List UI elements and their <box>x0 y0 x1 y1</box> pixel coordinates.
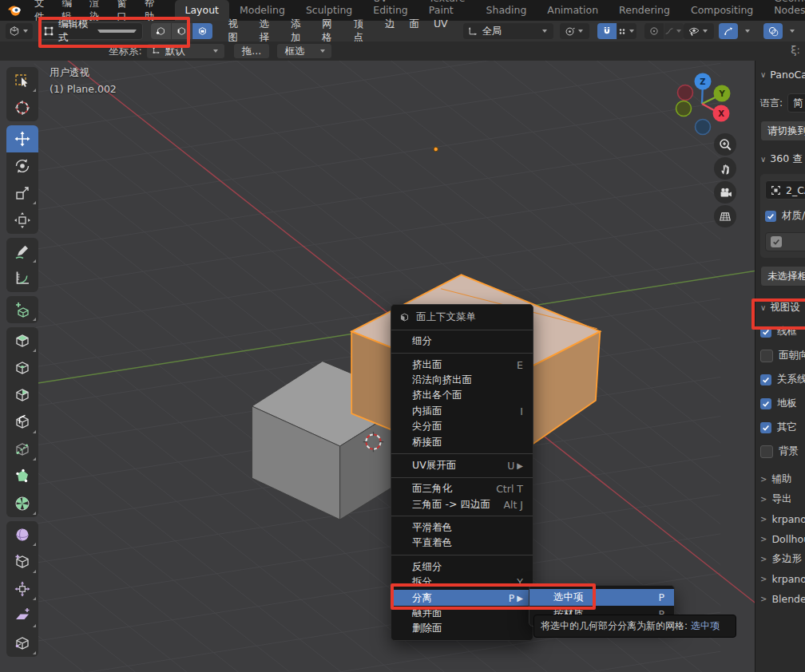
view-checkbox-线框[interactable]: 线框 <box>760 325 805 338</box>
snap-toggle-button[interactable] <box>597 23 617 39</box>
snap-settings-button[interactable] <box>617 23 636 39</box>
tool-measure-button[interactable] <box>6 265 38 292</box>
tab-geometry-nodes[interactable]: Geometry Nodes <box>763 0 805 21</box>
mode-select[interactable]: 编辑模式 <box>39 22 143 40</box>
menu-item-挤出各个面[interactable]: 挤出各个面 <box>391 388 533 403</box>
menu-item-UV展开面[interactable]: UV展开面U▶ <box>391 458 533 473</box>
zoom-button[interactable] <box>714 133 736 156</box>
tool-bevel-button[interactable] <box>6 381 38 409</box>
tool-rip-region-button[interactable] <box>6 630 38 657</box>
checkbox-checked-icon[interactable] <box>760 398 771 409</box>
collapsed-panel-导出[interactable]: >导出 <box>760 489 805 509</box>
tool-inset-faces-button[interactable] <box>6 354 38 381</box>
collapsed-panel-krpano[interactable]: >krpano <box>760 509 805 529</box>
menu-item-平直着色[interactable]: 平直着色 <box>391 536 533 551</box>
select-mode-edge-button[interactable] <box>172 23 192 39</box>
menu-item-删除面[interactable]: 删除面 <box>391 621 533 636</box>
tool-add-cube-button[interactable] <box>6 296 38 323</box>
tool-poly-build-button[interactable] <box>6 463 38 490</box>
falloff-select[interactable] <box>664 23 684 39</box>
menu-item-细分[interactable]: 细分 <box>391 334 533 349</box>
tool-extrude-region-button[interactable] <box>6 327 38 354</box>
tool-loop-cut-button[interactable] <box>6 409 38 436</box>
collapsed-panel-Blende[interactable]: >Blende <box>760 589 805 609</box>
material-world-row[interactable]: 材质/世界 <box>765 209 805 223</box>
menu-item-尖分面[interactable]: 尖分面 <box>391 419 533 434</box>
checkbox-checked-icon[interactable] <box>760 326 771 338</box>
tool-smooth-button[interactable] <box>6 521 38 548</box>
tool-move-button[interactable] <box>6 125 38 152</box>
tool-annotate-button[interactable] <box>6 238 38 265</box>
select-mode-vertex-button[interactable] <box>151 23 171 39</box>
tab-shading[interactable]: Shading <box>476 0 537 21</box>
panel-panocam-header[interactable]: ∨ PanoCama <box>760 69 805 81</box>
menu-item-拆分[interactable]: 拆分Y <box>391 575 533 590</box>
viewport-3d[interactable]: 用户透视 (1) Plane.002 Z Y X <box>0 61 755 672</box>
checkbox-checked-icon[interactable] <box>760 374 771 385</box>
orientation-select[interactable]: 全局 <box>463 23 553 39</box>
checkbox-gray-checked-icon[interactable] <box>771 236 782 247</box>
section-view-settings-header[interactable]: ∨ 视图设 <box>760 301 805 314</box>
menu-item-挤出面[interactable]: 挤出面E <box>391 357 533 372</box>
pan-button[interactable] <box>714 157 736 180</box>
menu-item-分离[interactable]: 分离P▶ <box>391 590 533 605</box>
pivot-point-button[interactable] <box>560 23 589 39</box>
tab-animation[interactable]: Animation <box>537 0 609 21</box>
menu-item-桥接面[interactable]: 桥接面 <box>391 434 533 449</box>
language-select[interactable]: 简 <box>787 93 805 113</box>
tool-edge-slide-button[interactable] <box>6 548 38 575</box>
menu-item-三角面 -> 四边面[interactable]: 三角面 -> 四边面Alt J <box>391 497 533 512</box>
collapsed-panel-辅助[interactable]: >辅助 <box>760 469 805 489</box>
gizmo-neg-z-axis[interactable] <box>696 120 711 135</box>
tool-transform-button[interactable] <box>6 207 38 234</box>
switch-object-button[interactable]: 请切换到对 <box>760 121 805 141</box>
checkbox-unchecked-icon[interactable] <box>760 445 773 458</box>
tab-rendering[interactable]: Rendering <box>609 0 680 21</box>
view-checkbox-地板[interactable]: 地板 <box>760 397 805 410</box>
no-camera-button[interactable]: 未选择相机 <box>760 266 805 287</box>
submenu-item-选中项[interactable]: 选中项P <box>529 589 674 606</box>
menu-item-沿法向挤出面[interactable]: 沿法向挤出面 <box>391 373 533 388</box>
menu-item-反细分[interactable]: 反细分 <box>391 559 533 575</box>
tool-shear-button[interactable] <box>6 603 38 630</box>
view-checkbox-面朝向[interactable]: 面朝向 <box>760 349 805 362</box>
header-overflow-icon[interactable]: ξ: <box>791 44 800 56</box>
tool-tweak-select-button[interactable] <box>6 67 38 94</box>
gizmo-neg-y-axis[interactable] <box>676 101 692 117</box>
show-object-types-button[interactable] <box>684 23 714 39</box>
view-checkbox-关系线[interactable]: 关系线 <box>760 373 805 386</box>
collapsed-panel-多边形[interactable]: >多边形 <box>760 549 805 569</box>
perspective-toggle-button[interactable] <box>714 205 736 227</box>
show-gizmo-button[interactable] <box>719 23 738 39</box>
box-select-mode[interactable]: 框选 <box>277 44 331 58</box>
camera-view-button[interactable] <box>714 181 736 204</box>
editor-type-button[interactable] <box>6 23 33 39</box>
coord-system-select[interactable]: 默认 <box>147 44 224 58</box>
menu-item-融并面[interactable]: 融并面 <box>391 606 533 621</box>
tool-cursor-3d-button[interactable] <box>6 94 38 121</box>
checkbox-unchecked-icon[interactable] <box>760 350 773 362</box>
gizmo-neg-x-axis[interactable] <box>678 85 693 101</box>
tool-rotate-button[interactable] <box>6 152 38 180</box>
proportional-editing-button[interactable] <box>644 23 664 39</box>
select-mode-face-button[interactable] <box>192 23 212 39</box>
overlays-dropdown[interactable] <box>783 23 802 39</box>
view-checkbox-其它[interactable]: 其它 <box>760 421 805 434</box>
tool-scale-button[interactable] <box>6 180 38 207</box>
menu-item-面三角化[interactable]: 面三角化Ctrl T <box>391 481 533 496</box>
tool-spin-button[interactable] <box>6 490 38 517</box>
camera-object-field[interactable]: 2_CAM <box>765 180 805 200</box>
checkbox-checked-icon[interactable] <box>760 422 771 433</box>
drag-select[interactable]: 拖... <box>234 44 269 58</box>
tool-knife-button[interactable] <box>6 436 38 463</box>
gizmo-dropdown[interactable] <box>738 23 757 39</box>
blender-logo-icon[interactable] <box>6 2 22 19</box>
collapsed-panel-Dollhou[interactable]: >Dollhou <box>760 529 805 549</box>
collapsed-panel-krpano[interactable]: >krpano <box>760 569 805 589</box>
extra-option-field[interactable] <box>765 232 805 251</box>
section-360-header[interactable]: ∨ 360 查 <box>760 152 805 166</box>
menu-item-平滑着色[interactable]: 平滑着色 <box>391 520 533 536</box>
show-overlays-button[interactable] <box>763 23 783 39</box>
view-checkbox-背景[interactable]: 背景 <box>760 445 805 458</box>
menu-item-内插面[interactable]: 内插面I <box>391 404 533 419</box>
